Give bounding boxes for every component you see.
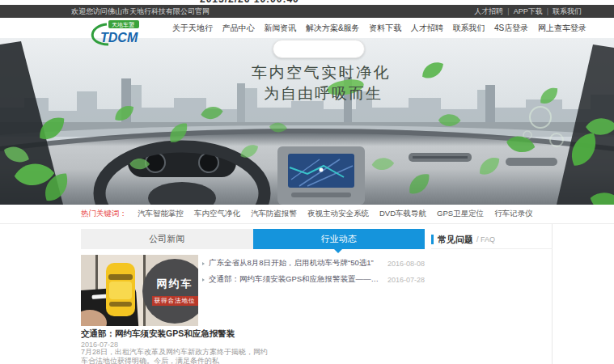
faq-header: 常见问题 / FAQ	[431, 231, 553, 249]
hero-slogan-line1: 车内空气实时净化	[252, 62, 391, 83]
hot-keywords-bar: 热门关键词： 汽车智能掌控 车内空气净化 汽车防盗报警 夜视主动安全系统 DVD…	[0, 205, 614, 224]
news-item-date: 2016-07-28	[387, 276, 425, 284]
nav-item-downloads[interactable]: 资料下载	[369, 23, 401, 34]
car-rear-window	[109, 302, 132, 307]
hero-slogan-line2: 为自由呼吸而生	[264, 83, 383, 104]
tab-industry-news[interactable]: 行业动态	[253, 229, 426, 249]
nav-item-recruit[interactable]: 人才招聘	[411, 23, 443, 34]
industry-news-list: 广东全省从8月8日开始，启用机动车号牌“50选1” 2016-08-08 交通部…	[202, 258, 425, 290]
faq-accent-bar	[431, 235, 434, 244]
thumb-badge-circle: 网约车 获得合法地位	[142, 259, 198, 324]
keyword-anti-theft[interactable]: 汽车防盗报警	[251, 209, 297, 219]
feature-news-excerpt: 7月28日，出租汽车改革及网约车新政方案终于揭晓，网约车合法地位获得明确。今后，…	[81, 348, 273, 364]
tab-company-news[interactable]: 公司新闻	[81, 229, 253, 249]
hero-banner: 车内空气实时净化 为自由呼吸而生	[0, 38, 614, 205]
nav-dropdown-panel	[273, 40, 365, 58]
keyword-night-vision[interactable]: 夜视主动安全系统	[307, 209, 369, 219]
separator: |	[547, 7, 548, 15]
nav-item-contact[interactable]: 联系我们	[452, 23, 485, 34]
bullet-icon	[202, 278, 205, 281]
welcome-text: 欢迎您访问佛山市天地行科技有限公司官网	[71, 6, 210, 17]
active-tab-caret	[334, 249, 342, 253]
logo-graphic: 天地车盟 TDCM	[79, 19, 154, 50]
faq-title: 常见问题	[438, 234, 473, 246]
bullet-icon	[202, 262, 205, 265]
top-strip: 2015/2/26 10:00:40	[0, 0, 614, 5]
logo-badge-text: 天地车盟	[112, 22, 134, 28]
separator: |	[507, 7, 509, 15]
keyword-air-purify[interactable]: 车内空气净化	[194, 209, 240, 219]
nav-item-solutions[interactable]: 解决方案&服务	[306, 23, 360, 34]
news-tabs: 公司新闻 行业动态	[81, 229, 425, 249]
topbar-link-contact[interactable]: 联系我们	[553, 6, 582, 17]
news-list-item[interactable]: 交通部：网约车须安装GPS和应急报警装置——网约车将合法 2016-07-28	[202, 274, 425, 285]
topbar-link-app-download[interactable]: APP下载	[514, 6, 543, 17]
air-vent	[506, 158, 557, 166]
thumb-taxi-car	[106, 263, 135, 316]
nav-item-online-car-login[interactable]: 网上查车登录	[538, 23, 586, 34]
cropped-timestamp: 2015/2/26 10:00:40	[200, 0, 299, 5]
news-item-title[interactable]: 交通部：网约车须安装GPS和应急报警装置——网约车将合法	[209, 274, 381, 285]
feature-news-title[interactable]: 交通部：网约车须安装GPS和应急报警装	[81, 328, 275, 340]
thumb-badge-subtitle: 获得合法地位	[152, 296, 198, 306]
news-list-item[interactable]: 广东全省从8月8日开始，启用机动车号牌“50选1” 2016-08-08	[202, 258, 425, 269]
topbar-links: 人才招聘 | APP下载 | 联系我们	[474, 6, 582, 17]
keyword-dashcam[interactable]: 行车记录仪	[494, 209, 533, 219]
faq-subtitle: / FAQ	[476, 235, 495, 243]
news-item-title[interactable]: 广东全省从8月8日开始，启用机动车号牌“50选1”	[209, 258, 381, 269]
nav-item-news[interactable]: 新闻资讯	[264, 23, 296, 34]
keyword-gps[interactable]: GPS卫星定位	[437, 209, 484, 219]
thumb-badge-title: 网约车	[142, 277, 198, 291]
car-windshield	[108, 274, 133, 280]
nav-item-4s-login[interactable]: 4S店登录	[494, 23, 528, 34]
hot-keywords-label: 热门关键词：	[81, 209, 127, 219]
keyword-smart-control[interactable]: 汽车智能掌控	[138, 209, 184, 219]
main-nav: 关于天地行 产品中心 新闻资讯 解决方案&服务 资料下载 人才招聘 联系我们 4…	[172, 18, 586, 38]
keyword-dvd-nav[interactable]: DVD车载导航	[379, 209, 426, 219]
car-roof	[109, 281, 132, 299]
nav-item-products[interactable]: 产品中心	[222, 23, 255, 34]
feature-news-thumbnail[interactable]: 网约车 获得合法地位	[81, 255, 198, 326]
news-item-date: 2016-08-08	[387, 260, 425, 268]
company-logo[interactable]: 天地车盟 TDCM	[79, 19, 154, 50]
topbar: 欢迎您访问佛山市天地行科技有限公司官网 人才招聘 | APP下载 | 联系我们	[0, 5, 614, 18]
logo-main-text: TDCM	[100, 31, 138, 44]
nav-item-about[interactable]: 关于天地行	[172, 23, 213, 34]
topbar-link-recruit[interactable]: 人才招聘	[474, 6, 503, 17]
